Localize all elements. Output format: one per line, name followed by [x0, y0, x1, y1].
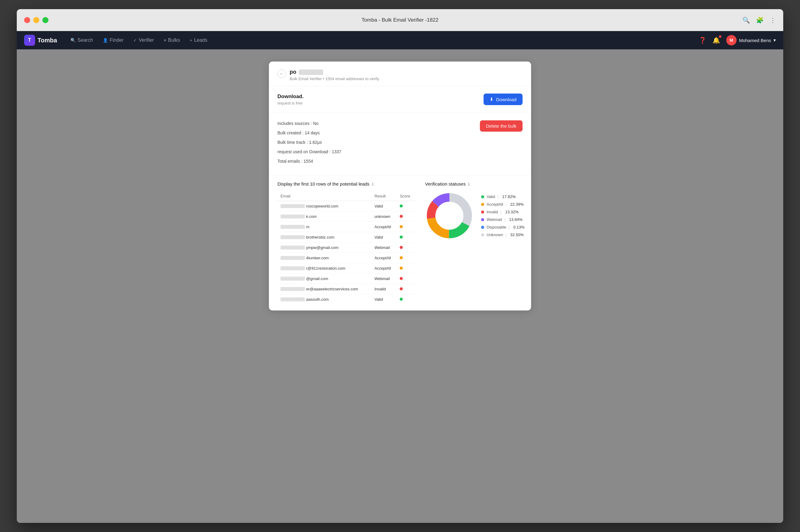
leads-table-header-row: Email Result Score [277, 191, 415, 201]
table-row: er@aaaeelectricservices.comInvalid [277, 284, 415, 294]
verifier-icon: ✓ [133, 38, 137, 43]
notification-icon[interactable]: 🔔 [712, 37, 720, 44]
table-row: brothersbiz.comValid [277, 232, 415, 243]
nav-logo[interactable]: T Tomba [24, 35, 57, 46]
score-cell [397, 211, 415, 222]
email-cell: ympw@gmail.com [277, 243, 371, 253]
email-cell: 4lumber.com [277, 253, 371, 263]
back-arrow-icon: ← [280, 71, 284, 76]
score-dot [400, 215, 403, 218]
bulk-name-prefix: po [290, 69, 296, 75]
legend-item: Invalid | 13.32% [481, 210, 525, 214]
email-cell: aasouth.com [277, 294, 371, 305]
nav-item-search[interactable]: 🔍 Search [67, 36, 97, 45]
chart-container: Valid | 17.82%AcceptAll | 22.39%Invalid … [425, 191, 523, 240]
minimize-button[interactable] [33, 17, 39, 23]
legend-separator: | [498, 194, 499, 199]
email-cell: roscopeworld.com [277, 201, 371, 211]
score-cell [397, 201, 415, 211]
card-header-info: po Bulk Email Verifier • 1554 email addr… [290, 69, 379, 81]
result-cell: AcceptAll [371, 263, 397, 273]
legend-item: AcceptAll | 22.39% [481, 202, 525, 207]
verification-area: Verification statuses ℹ [425, 181, 523, 304]
download-button[interactable]: ⬇ Download [484, 94, 523, 105]
nav-item-verifier[interactable]: ✓ Verifier [130, 36, 157, 45]
table-row: r@911restoration.comAcceptAll [277, 263, 415, 273]
legend-label: AcceptAll [487, 202, 503, 207]
more-icon[interactable]: ⋮ [770, 16, 776, 24]
table-row: 4lumber.comAcceptAll [277, 253, 415, 263]
legend-dot [481, 233, 484, 236]
nav-item-bulks[interactable]: ≡ Bulks [160, 36, 184, 45]
chevron-down-icon: ▾ [774, 37, 776, 43]
leads-table-head: Email Result Score [277, 191, 415, 201]
user-menu[interactable]: M Mohamed Bens ▾ [726, 35, 776, 45]
score-dot [400, 267, 403, 270]
email-cell: brothersbiz.com [277, 232, 371, 243]
details-section: Includes sources : No Bulk created : 14 … [269, 113, 531, 175]
leads-table-body: roscopeworld.comValidk.comunknownmAccept… [277, 201, 415, 305]
bulks-icon: ≡ [164, 38, 166, 43]
close-button[interactable] [24, 17, 30, 23]
leads-info-icon[interactable]: ℹ [372, 182, 373, 187]
legend-label: Webmail [487, 217, 502, 222]
title-bar-actions: 🔍 🧩 ⋮ [742, 16, 776, 24]
legend-separator: | [508, 225, 509, 229]
legend-dot [481, 226, 484, 229]
email-blurred-part [280, 277, 305, 281]
legend-dot [481, 195, 484, 198]
score-cell [397, 263, 415, 273]
email-suffix: @gmail.com [306, 277, 328, 281]
bulk-name-blurred [299, 70, 323, 75]
nav-bar: T Tomba 🔍 Search 👤 Finder ✓ Verifier ≡ B… [17, 31, 783, 49]
legend-dot [481, 211, 484, 214]
legend-separator: | [504, 217, 505, 222]
legend-separator: | [505, 232, 506, 237]
nav-item-finder[interactable]: 👤 Finder [99, 36, 127, 45]
result-cell: unknown [371, 211, 397, 222]
score-cell [397, 284, 415, 294]
legend-value: 22.39% [510, 202, 524, 207]
legend-item: Webmail | 13.84% [481, 217, 525, 222]
maximize-button[interactable] [42, 17, 49, 23]
email-cell: er@aaaeelectricservices.com [277, 284, 371, 294]
traffic-lights [24, 17, 49, 23]
email-blurred-part [280, 287, 305, 291]
search-icon[interactable]: 🔍 [742, 16, 750, 24]
back-button[interactable]: ← [277, 70, 286, 78]
score-dot [400, 298, 403, 301]
delete-bulk-button[interactable]: Delete the bulk [480, 120, 523, 132]
email-blurred-part [280, 297, 305, 301]
download-title: Download. [277, 94, 304, 100]
email-suffix: aasouth.com [306, 297, 329, 302]
help-icon[interactable]: ❓ [699, 37, 706, 44]
nav-label-verifier: Verifier [139, 37, 154, 43]
data-section: Display the first 10 rows of the potenti… [269, 175, 531, 310]
verification-title: Verification statuses ℹ [425, 181, 523, 187]
legend-label: Unknown [487, 232, 503, 237]
email-cell: m [277, 222, 371, 232]
chart-legend: Valid | 17.82%AcceptAll | 22.39%Invalid … [481, 194, 525, 237]
verification-info-icon[interactable]: ℹ [468, 182, 469, 187]
user-name: Mohamed Bens [739, 38, 771, 43]
legend-value: 13.84% [509, 217, 523, 222]
nav-item-leads[interactable]: + Leads [186, 36, 211, 45]
leads-table: Email Result Score roscopeworld.comValid… [277, 191, 415, 304]
email-suffix: k.com [306, 214, 317, 219]
download-icon: ⬇ [490, 97, 494, 102]
table-row: k.comunknown [277, 211, 415, 222]
detail-bulk-created: Bulk created : 14 days [277, 130, 341, 136]
email-cell: @gmail.com [277, 273, 371, 284]
result-cell: Webmail [371, 243, 397, 253]
nav-label-search: Search [77, 37, 93, 43]
score-dot [400, 277, 403, 280]
email-blurred-part [280, 266, 305, 270]
puzzle-icon[interactable]: 🧩 [756, 16, 764, 24]
table-row: mAcceptAll [277, 222, 415, 232]
detail-total-emails: Total emails : 1554 [277, 158, 341, 165]
email-suffix: er@aaaeelectricservices.com [306, 287, 358, 291]
legend-value: 13.32% [505, 210, 519, 214]
bulk-subtitle: Bulk Email Verifier • 1554 email address… [290, 76, 379, 81]
legend-separator: | [505, 202, 506, 207]
table-row: ympw@gmail.comWebmail [277, 243, 415, 253]
